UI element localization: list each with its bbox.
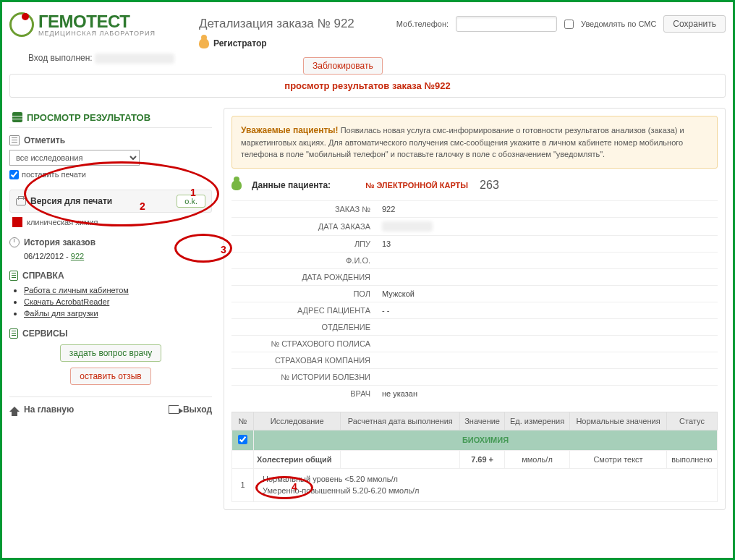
patient-label: Данные пациента: [252,180,331,190]
brand-name: ГЕМОТЕСТ [38,13,156,30]
doc-icon [9,135,20,145]
exit-link[interactable]: Выход [169,404,212,415]
logo: ГЕМОТЕСТ МЕДИЦИНСКАЯ ЛАБОРАТОРИЯ [9,12,156,37]
services-title: СЕРВИСЫ [22,328,67,339]
category-checkbox[interactable] [238,435,247,444]
history-title: История заказов [24,237,95,247]
result-bar-title: просмотр результатов заказа №922 [9,74,726,98]
mark-title: Отметить [24,135,65,145]
history-order-link[interactable]: 922 [71,252,84,260]
ok-button[interactable]: o.k. [177,195,205,208]
stamp-label: поставить печати [22,170,86,179]
brand-sub: МЕДИЦИНСКАЯ ЛАБОРАТОРИЯ [38,30,156,37]
notify-label: Уведомлять по СМС [581,20,656,28]
save-button[interactable]: Сохранить [663,15,726,33]
test-unit: ммоль/л [505,450,570,468]
print-title: Версия для печати [30,196,112,206]
login-label: Вход выполнен: [28,53,93,63]
chem-link[interactable]: клиническая химия [27,218,98,226]
notice-box: Уважаемые пациенты! Появилась новая услу… [231,116,718,169]
mark-select[interactable]: все исследования [9,150,140,166]
patient-icon [231,180,242,190]
login-value-blurred [95,54,174,64]
card-label: № ЭЛЕКТРОННОЙ КАРТЫ [365,181,468,190]
home-link[interactable]: На главную [9,404,74,415]
help-link-files[interactable]: Файлы для загрузки [24,309,98,318]
results-table: № Исследование Расчетная дата выполнения… [231,412,718,502]
logo-icon [9,12,34,37]
test-name: Холестерин общий [254,450,341,468]
card-value: 263 [480,179,499,192]
stack-icon [12,112,22,122]
row-index: 1 [232,468,254,501]
test-status: выполнено [667,450,718,468]
note-icon [9,328,18,339]
category-name: БИОХИМИЯ [254,430,718,450]
history-date: 06/12/2012 [24,252,64,260]
notice-head: Уважаемые пациенты! [241,125,339,135]
sidebar-title: ПРОСМОТР РЕЗУЛЬТАТОВ [27,112,150,123]
test-norm: Смотри текст [570,450,667,468]
clock-icon [9,237,20,247]
notify-checkbox[interactable] [564,20,574,29]
result-row: Холестерин общий 7.69 + ммоль/л Смотри т… [232,450,718,468]
sidebar-header: ПРОСМОТР РЕЗУЛЬТАТОВ [9,108,212,128]
help-link-acrobat[interactable]: Скачать AcrobatReader [24,297,109,306]
leave-review-button[interactable]: оставить отзыв [70,368,150,385]
print-icon [16,198,26,205]
stamp-checkbox[interactable] [9,170,19,179]
page-title: Детализация заказа № 922 [199,17,389,31]
help-title: СПРАВКА [22,271,64,281]
note-icon [9,271,18,281]
help-link-cabinet[interactable]: Работа с личным кабинетом [24,286,129,294]
block-button[interactable]: Заблокировать [303,57,383,75]
phone-input[interactable] [456,16,557,32]
exit-icon [169,405,179,414]
home-icon [9,407,20,412]
person-icon [199,38,209,48]
norm-description: Нормальный уровень <5.20 ммоль/л Умеренн… [254,468,718,501]
phone-label: Моб.телефон: [396,20,449,28]
test-value: 7.69 + [460,450,505,468]
role-label: Регистратор [213,38,267,48]
ask-doctor-button[interactable]: задать вопрос врачу [60,344,161,362]
pdf-icon [12,217,22,227]
patient-info-table: ЗАКАЗ №922 ДАТА ЗАКАЗА ЛПУ13 Ф.И.О. ДАТА… [231,200,718,402]
